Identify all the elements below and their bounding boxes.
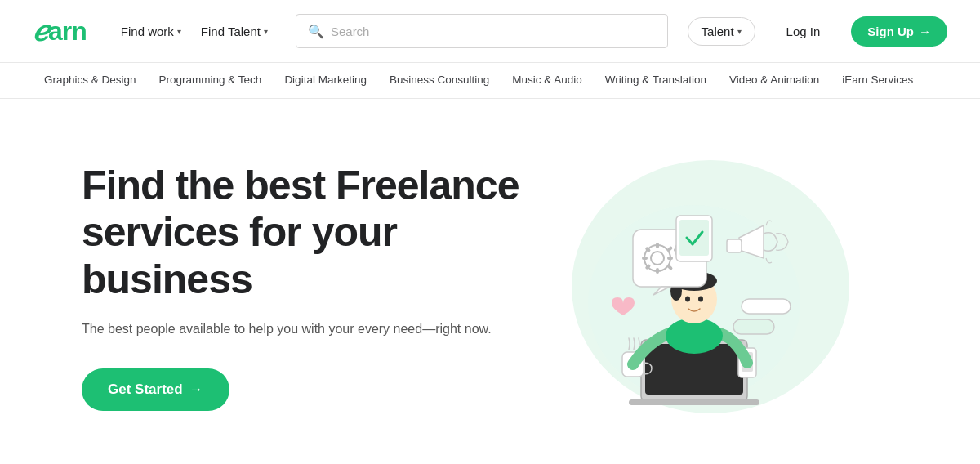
search-bar[interactable]: 🔍 Search [296,14,668,48]
talent-chevron-icon: ▾ [737,27,742,36]
category-item[interactable]: Writing & Translation [594,63,718,99]
svg-point-11 [685,297,690,302]
hero-illustration [539,148,849,426]
category-nav: Graphics & DesignProgramming & TechDigit… [0,63,980,99]
find-talent-label: Find Talent [201,25,261,38]
hero-text: Find the best Freelance services for you… [82,163,539,412]
get-started-arrow-icon: → [189,381,203,398]
category-item[interactable]: Graphics & Design [33,63,148,99]
hero-section: Find the best Freelance services for you… [0,99,980,464]
logo-text: arn [48,16,87,47]
svg-rect-17 [656,243,659,248]
svg-rect-20 [667,257,673,260]
category-item[interactable]: Programming & Tech [148,63,274,99]
logo[interactable]: ℯarn [33,15,87,47]
category-item[interactable]: Digital Marketing [273,63,378,99]
svg-rect-18 [656,268,659,274]
category-item[interactable]: iEarn Services [831,63,924,99]
svg-rect-33 [679,220,709,256]
svg-rect-3 [629,399,760,405]
talent-button[interactable]: Talent ▾ [688,17,755,46]
category-item[interactable]: Music & Audio [501,63,594,99]
header: ℯarn Find work ▾ Find Talent ▾ 🔍 Search … [0,0,980,63]
svg-rect-35 [733,319,774,334]
find-work-chevron-icon: ▾ [177,27,181,36]
hero-subtitle: The best people available to help you wi… [82,319,539,339]
get-started-label: Get Started [108,381,183,398]
main-nav: Find work ▾ Find Talent ▾ [113,18,276,45]
signup-button[interactable]: Sign Up → [851,16,947,47]
logo-e-icon: ℯ [33,15,48,47]
search-placeholder: Search [331,25,370,38]
login-button[interactable]: Log In [775,18,832,45]
find-work-nav[interactable]: Find work ▾ [113,18,189,45]
signup-label: Sign Up [867,25,914,38]
svg-rect-31 [727,239,742,252]
hero-title: Find the best Freelance services for you… [82,163,539,304]
find-talent-nav[interactable]: Find Talent ▾ [193,18,276,45]
svg-point-12 [698,297,703,302]
category-item[interactable]: Video & Animation [718,63,831,99]
svg-rect-34 [742,299,791,314]
find-talent-chevron-icon: ▾ [264,27,268,36]
find-work-label: Find work [121,25,174,38]
category-item[interactable]: Business Consulting [378,63,501,99]
hero-svg-illustration [555,160,833,413]
svg-rect-19 [642,257,648,260]
signup-arrow-icon: → [919,25,931,38]
talent-label: Talent [702,25,734,38]
get-started-button[interactable]: Get Started → [82,368,229,411]
search-icon: 🔍 [308,24,324,39]
